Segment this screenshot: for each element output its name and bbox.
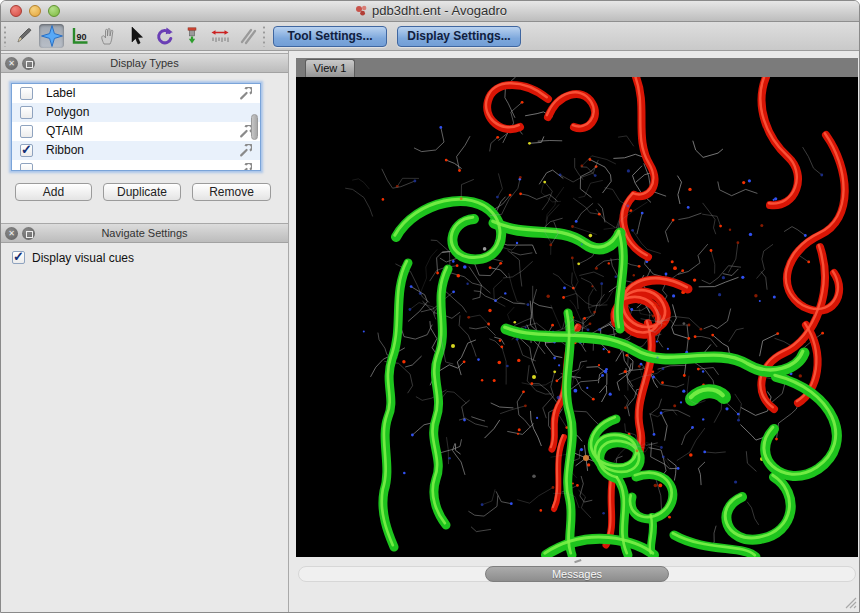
molecule-svg (296, 77, 858, 557)
settings-wrench-icon[interactable] (239, 144, 252, 157)
display-type-checkbox[interactable] (20, 125, 33, 138)
display-types-list[interactable]: LabelPolygonQTAIMRibbon (11, 83, 261, 171)
main-toolbar: 90 Tool Settings... Display Settings. (1, 22, 860, 51)
hand-icon (98, 26, 118, 46)
toolbar-separator (262, 25, 266, 47)
pencil-icon (14, 26, 34, 46)
add-button[interactable]: Add (15, 183, 92, 201)
display-type-row-partial[interactable] (12, 160, 260, 171)
window-title: pdb3dht.ent - Avogadro (1, 1, 860, 21)
draw-tool-button[interactable] (11, 24, 36, 48)
messages-button[interactable]: Messages (485, 566, 669, 582)
manipulate-tool-button[interactable] (95, 24, 120, 48)
avogadro-app-icon (355, 4, 368, 17)
navigate-settings-header: ✕ Navigate Settings (1, 223, 288, 243)
remove-button[interactable]: Remove (192, 183, 271, 201)
display-type-checkbox[interactable] (20, 106, 33, 119)
display-type-label: Polygon (46, 105, 89, 119)
toolbar-drag-handle[interactable] (3, 25, 7, 47)
title-bar: pdb3dht.ent - Avogadro (1, 1, 860, 22)
vise-icon (182, 26, 202, 46)
display-type-checkbox[interactable] (20, 144, 33, 157)
rotate-arrow-icon (154, 26, 174, 46)
display-type-row-qtaim[interactable]: QTAIM (12, 122, 260, 141)
tool-settings-button[interactable]: Tool Settings... (273, 26, 387, 47)
measure-tool-button[interactable] (207, 24, 232, 48)
visual-cues-checkbox[interactable] (12, 251, 25, 264)
svg-text:90: 90 (76, 32, 86, 42)
navigate-star-icon (41, 25, 63, 47)
settings-wrench-icon[interactable] (239, 163, 252, 171)
display-type-checkbox[interactable] (20, 87, 33, 100)
resize-grip-icon[interactable] (844, 596, 857, 609)
display-type-checkbox[interactable] (20, 163, 33, 171)
display-type-label: QTAIM (46, 124, 83, 138)
bond-centric-tool-button[interactable]: 90 (67, 24, 92, 48)
display-type-row-polygon[interactable]: Polygon (12, 103, 260, 122)
view-1-tab[interactable]: View 1 (305, 59, 355, 77)
selection-tool-button[interactable] (123, 24, 148, 48)
display-type-label: Label (46, 86, 75, 100)
align-lines-icon (238, 26, 258, 46)
display-type-row-label[interactable]: Label (12, 84, 260, 103)
visual-cues-label: Display visual cues (32, 251, 134, 265)
duplicate-button[interactable]: Duplicate (103, 183, 181, 201)
view-tab-bar: View 1 (296, 58, 858, 77)
display-types-header: ✕ Display Types (1, 53, 288, 73)
gl-viewport[interactable] (296, 77, 858, 557)
display-type-label: Ribbon (46, 143, 84, 157)
navigate-settings-title: Navigate Settings (1, 224, 288, 244)
display-settings-button[interactable]: Display Settings... (397, 26, 521, 47)
window-title-text: pdb3dht.ent - Avogadro (372, 3, 507, 18)
list-scrollbar-thumb[interactable] (251, 114, 258, 140)
auto-rotate-tool-button[interactable] (151, 24, 176, 48)
settings-wrench-icon[interactable] (239, 87, 252, 100)
align-tool-button[interactable] (235, 24, 260, 48)
angle-90-icon: 90 (70, 26, 90, 46)
cursor-arrow-icon (126, 26, 146, 46)
messages-dock-bar: Messages (298, 566, 856, 582)
panel-splitter[interactable] (288, 51, 289, 613)
navigate-tool-button[interactable] (39, 24, 64, 48)
display-type-row-ribbon[interactable]: Ribbon (12, 141, 260, 160)
avogadro-window: pdb3dht.ent - Avogadro 90 (0, 0, 860, 613)
display-types-title: Display Types (1, 54, 288, 74)
auto-optimize-tool-button[interactable] (179, 24, 204, 48)
ruler-icon (210, 26, 230, 46)
